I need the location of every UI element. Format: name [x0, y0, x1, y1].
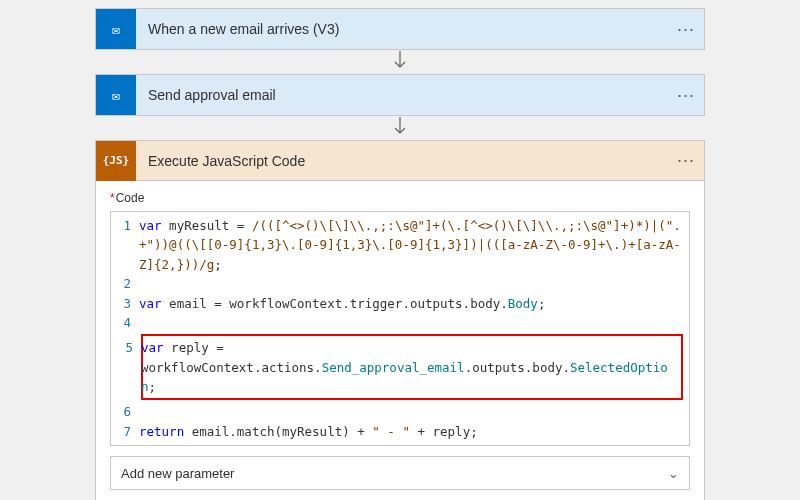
- step-menu-button[interactable]: ···: [668, 85, 704, 106]
- add-parameter-label: Add new parameter: [121, 466, 234, 481]
- step-header-trigger[interactable]: ✉ When a new email arrives (V3) ···: [96, 9, 704, 49]
- outlook-icon: ✉: [96, 9, 136, 49]
- step-trigger[interactable]: ✉ When a new email arrives (V3) ···: [95, 8, 705, 50]
- connector-arrow: [95, 116, 705, 140]
- step-menu-button[interactable]: ···: [668, 19, 704, 40]
- code-field-label: *Code: [110, 191, 690, 205]
- step-approval[interactable]: ✉ Send approval email ···: [95, 74, 705, 116]
- code-editor[interactable]: 1var myResult = /(([^<>()\[\]\\.,;:\s@"]…: [110, 211, 690, 446]
- step-body-js: *Code 1var myResult = /(([^<>()\[\]\\.,;…: [96, 181, 704, 500]
- chevron-down-icon: ⌄: [668, 466, 679, 481]
- outlook-icon: ✉: [96, 75, 136, 115]
- javascript-icon: {JS}: [96, 141, 136, 181]
- step-header-approval[interactable]: ✉ Send approval email ···: [96, 75, 704, 115]
- step-menu-button[interactable]: ···: [668, 150, 704, 171]
- step-title: When a new email arrives (V3): [136, 21, 668, 37]
- add-parameter-dropdown[interactable]: Add new parameter ⌄: [110, 456, 690, 490]
- step-title: Execute JavaScript Code: [136, 153, 668, 169]
- step-execute-js: {JS} Execute JavaScript Code ··· *Code 1…: [95, 140, 705, 500]
- connector-arrow: [95, 50, 705, 74]
- step-title: Send approval email: [136, 87, 668, 103]
- highlighted-code-region: 5var reply = workflowContext.actions.Sen…: [141, 334, 683, 400]
- step-header-js[interactable]: {JS} Execute JavaScript Code ···: [96, 141, 704, 181]
